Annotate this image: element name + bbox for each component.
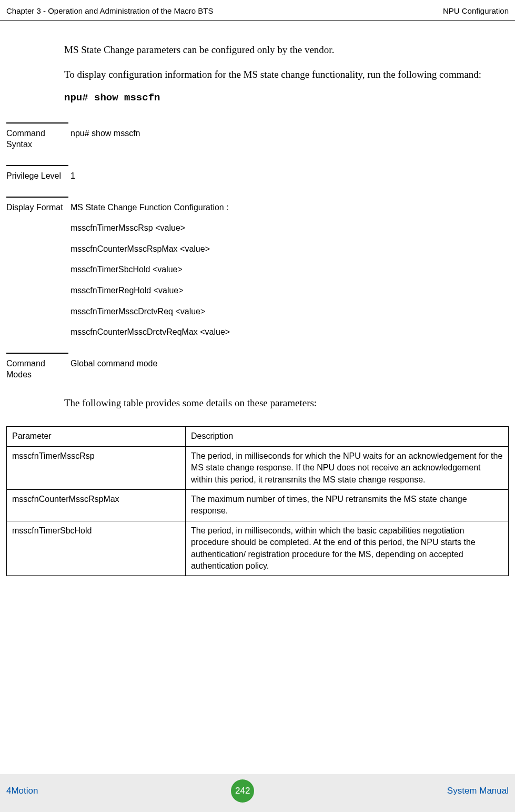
table-cell-desc: The period, in milliseconds, within whic… (186, 521, 509, 576)
section-command-syntax: Command Syntax npu# show msscfn (6, 122, 509, 150)
section-value: MS State Change Function Configuration :… (70, 202, 509, 338)
command-example: npu# show msscfn (64, 92, 509, 104)
section-label: Privilege Level (6, 170, 70, 182)
table-header-description: Description (186, 427, 509, 446)
section-command-modes: Command Modes Global command mode (6, 353, 509, 381)
table-row: msscfnTimerMsscRsp The period, in millis… (7, 446, 509, 489)
section-label: Command Modes (6, 358, 70, 381)
param-table-intro: The following table provides some detail… (64, 395, 498, 410)
section-value: Global command mode (70, 358, 509, 369)
footer-product: 4Motion (6, 786, 38, 796)
page-footer: 4Motion 242 System Manual (0, 774, 515, 812)
header-left: Chapter 3 - Operation and Administration… (6, 6, 214, 15)
section-display-format: Display Format MS State Change Function … (6, 197, 509, 338)
display-format-line: msscfnTimerMsscRsp <value> (70, 222, 509, 234)
table-cell-param: msscfnCounterMsscRspMax (7, 490, 186, 521)
display-format-line: msscfnCounterMsscRspMax <value> (70, 243, 509, 255)
intro-paragraph-2: To display configuration information for… (64, 67, 498, 82)
table-cell-param: msscfnTimerSbcHold (7, 521, 186, 576)
table-header-row: Parameter Description (7, 427, 509, 446)
display-format-line: msscfnTimerMsscDrctvReq <value> (70, 306, 509, 317)
table-cell-param: msscfnTimerMsscRsp (7, 446, 186, 489)
table-header-parameter: Parameter (7, 427, 186, 446)
section-value: 1 (70, 170, 509, 182)
display-format-line: msscfnCounterMsscDrctvReqMax <value> (70, 326, 509, 338)
section-label: Command Syntax (6, 128, 70, 150)
table-cell-desc: The period, in milliseconds for which th… (186, 446, 509, 489)
table-row: msscfnTimerSbcHold The period, in millis… (7, 521, 509, 576)
display-format-line: msscfnTimerRegHold <value> (70, 285, 509, 296)
table-cell-desc: The maximum number of times, the NPU ret… (186, 490, 509, 521)
footer-doc-title: System Manual (447, 786, 509, 796)
display-format-line: MS State Change Function Configuration : (70, 202, 509, 213)
section-rule (6, 353, 68, 354)
parameter-table: Parameter Description msscfnTimerMsscRsp… (6, 426, 509, 576)
section-label: Display Format (6, 202, 70, 213)
display-format-line: msscfnTimerSbcHold <value> (70, 264, 509, 275)
page-header: Chapter 3 - Operation and Administration… (0, 0, 515, 21)
content-area: MS State Change parameters can be config… (0, 21, 515, 576)
header-right: NPU Configuration (443, 6, 509, 15)
section-value: npu# show msscfn (70, 128, 509, 139)
section-rule (6, 122, 68, 124)
section-rule (6, 165, 68, 166)
page-number-badge: 242 (231, 779, 254, 803)
section-rule (6, 197, 68, 198)
section-privilege-level: Privilege Level 1 (6, 165, 509, 182)
table-row: msscfnCounterMsscRspMax The maximum numb… (7, 490, 509, 521)
intro-paragraph-1: MS State Change parameters can be config… (64, 42, 498, 57)
